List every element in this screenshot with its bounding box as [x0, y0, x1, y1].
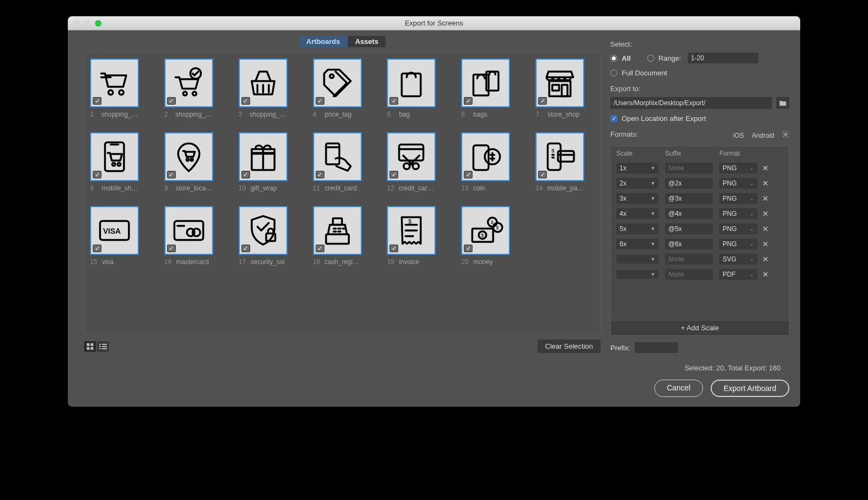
artboard-thumb[interactable]: $ — [535, 132, 584, 181]
scale-select[interactable]: 4x▼ — [616, 208, 659, 219]
scale-select[interactable]: 5x▼ — [616, 223, 659, 234]
selected-check-icon[interactable] — [538, 171, 547, 178]
artboard-cell[interactable]: 2 shopping_ca... — [164, 59, 224, 118]
android-preset-link[interactable]: Android — [752, 132, 774, 139]
artboard-thumb[interactable] — [313, 59, 362, 107]
format-select[interactable]: PNG⌄ — [719, 208, 757, 219]
format-select[interactable]: SVG⌄ — [719, 254, 757, 265]
suffix-input[interactable] — [665, 193, 713, 204]
artboard-cell[interactable]: $ 14 mobile_pay... — [535, 132, 595, 192]
artboard-cell[interactable]: 3 shopping_ba... — [239, 59, 298, 118]
scale-select[interactable]: 2x▼ — [616, 178, 659, 189]
selected-check-icon[interactable] — [390, 245, 398, 252]
artboard-thumb[interactable] — [387, 132, 436, 181]
choose-folder-button[interactable] — [776, 97, 789, 109]
artboard-thumb[interactable]: $$$ — [461, 206, 510, 255]
suffix-input[interactable] — [665, 239, 713, 249]
artboard-cell[interactable]: 10 gift_wrap — [239, 132, 298, 192]
tab-assets[interactable]: Assets — [348, 36, 386, 47]
cancel-button[interactable]: Cancel — [654, 380, 703, 397]
selected-check-icon[interactable] — [167, 245, 176, 252]
selected-check-icon[interactable] — [93, 171, 101, 178]
scale-select[interactable]: 1x▼ — [616, 163, 659, 174]
artboard-cell[interactable]: $$$ 20 money — [461, 206, 520, 266]
artboard-thumb[interactable]: $ — [387, 206, 436, 255]
clear-selection-button[interactable]: Clear Selection — [538, 339, 601, 353]
artboard-cell[interactable]: $ 19 invoice — [387, 206, 446, 266]
scale-select[interactable]: 6x▼ — [616, 239, 659, 249]
selected-check-icon[interactable] — [538, 97, 547, 105]
remove-format-icon[interactable]: ✕ — [762, 164, 769, 172]
artboard-thumb[interactable] — [90, 132, 139, 181]
format-select[interactable]: PNG⌄ — [719, 193, 757, 204]
remove-format-icon[interactable]: ✕ — [762, 255, 769, 264]
formats-settings-icon[interactable] — [782, 131, 789, 140]
selected-check-icon[interactable] — [167, 97, 176, 105]
artboard-cell[interactable]: 16 mastercard — [164, 206, 224, 266]
format-select[interactable]: PDF⌄ — [719, 269, 757, 280]
artboard-thumb[interactable] — [164, 206, 213, 255]
format-select[interactable]: PNG⌄ — [719, 163, 757, 174]
artboard-cell[interactable]: 4 price_tag — [313, 59, 372, 118]
selected-check-icon[interactable] — [93, 97, 101, 105]
suffix-input[interactable] — [665, 269, 713, 280]
artboard-cell[interactable]: 1 shopping_cart — [90, 59, 149, 118]
suffix-input[interactable] — [665, 223, 713, 234]
artboard-cell[interactable]: 13 coin — [461, 132, 520, 192]
remove-format-icon[interactable]: ✕ — [762, 179, 769, 188]
selected-check-icon[interactable] — [241, 171, 250, 178]
radio-fulldoc[interactable] — [610, 69, 617, 76]
remove-format-icon[interactable]: ✕ — [762, 209, 769, 218]
add-scale-button[interactable]: Add Scale — [611, 320, 789, 335]
selected-check-icon[interactable] — [316, 171, 324, 178]
artboard-thumb[interactable] — [461, 59, 510, 107]
scale-select[interactable]: ▼ — [616, 255, 659, 264]
artboard-cell[interactable]: 12 credit_card_... — [387, 132, 446, 192]
radio-range[interactable] — [647, 55, 654, 62]
remove-format-icon[interactable]: ✕ — [762, 270, 769, 279]
artboard-cell[interactable]: 5 bag — [387, 59, 446, 118]
export-artboard-button[interactable]: Export Artboard — [711, 380, 789, 397]
selected-check-icon[interactable] — [93, 245, 101, 252]
artboard-thumb[interactable] — [90, 59, 139, 107]
remove-format-icon[interactable]: ✕ — [762, 240, 769, 248]
radio-all[interactable] — [610, 55, 617, 62]
suffix-input[interactable] — [665, 208, 713, 219]
artboard-cell[interactable]: 7 store_shop — [535, 59, 595, 118]
prefix-input[interactable] — [635, 342, 678, 353]
artboard-thumb[interactable] — [461, 132, 510, 181]
remove-format-icon[interactable]: ✕ — [762, 225, 769, 233]
artboard-cell[interactable]: 11 credit_card — [313, 132, 372, 192]
format-select[interactable]: PNG⌄ — [719, 178, 757, 189]
artboard-cell[interactable]: 9 store_location — [164, 132, 224, 192]
format-select[interactable]: PNG⌄ — [719, 239, 757, 249]
artboard-thumb[interactable] — [164, 59, 213, 107]
selected-check-icon[interactable] — [241, 245, 250, 252]
selected-check-icon[interactable] — [316, 97, 324, 105]
scale-select[interactable]: 3x▼ — [616, 193, 659, 204]
range-input[interactable] — [688, 53, 758, 63]
suffix-input[interactable] — [665, 254, 713, 265]
selected-check-icon[interactable] — [464, 245, 473, 252]
artboard-thumb[interactable]: VISA — [90, 206, 139, 255]
artboard-cell[interactable]: 6 bags — [461, 59, 520, 118]
artboard-cell[interactable]: 17 security_ssl — [239, 206, 298, 266]
artboard-cell[interactable]: 18 cash_register — [313, 206, 372, 266]
selected-check-icon[interactable] — [464, 171, 473, 178]
artboard-thumb[interactable] — [239, 59, 288, 107]
selected-check-icon[interactable] — [464, 97, 473, 105]
selected-check-icon[interactable] — [390, 97, 398, 105]
suffix-input[interactable] — [665, 163, 713, 174]
view-list-icon[interactable] — [97, 341, 109, 352]
selected-check-icon[interactable] — [390, 171, 398, 178]
remove-format-icon[interactable]: ✕ — [762, 194, 769, 203]
artboard-thumb[interactable] — [387, 59, 436, 107]
view-grid-icon[interactable] — [84, 341, 96, 352]
artboard-thumb[interactable] — [313, 206, 362, 255]
artboard-thumb[interactable] — [164, 132, 213, 181]
artboard-thumb[interactable] — [239, 206, 288, 255]
artboard-thumb[interactable] — [535, 59, 584, 107]
selected-check-icon[interactable] — [316, 245, 324, 252]
artboard-thumb[interactable] — [239, 132, 288, 181]
artboard-cell[interactable]: 8 mobile_sho... — [90, 132, 149, 192]
